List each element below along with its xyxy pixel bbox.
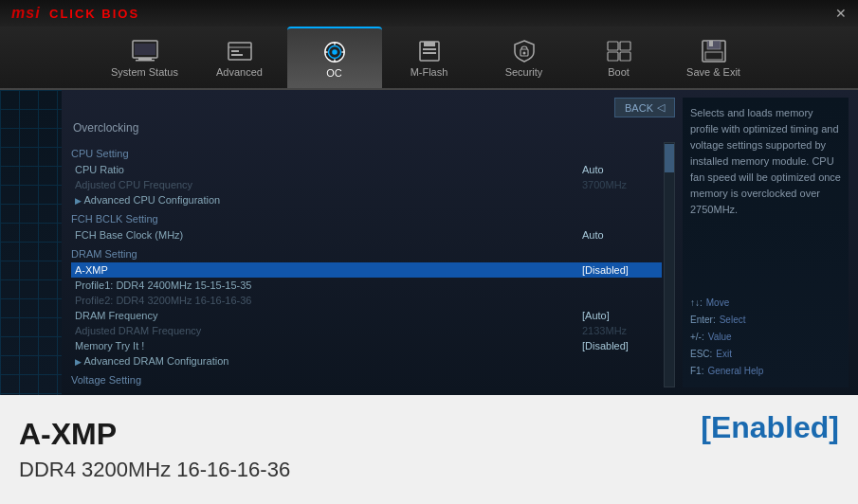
svg-rect-28 — [705, 52, 722, 60]
boot-icon — [602, 38, 636, 64]
left-decoration — [0, 90, 62, 395]
svg-rect-24 — [620, 52, 630, 61]
bottom-subtitle: DDR4 3200MHz 16-16-16-36 — [19, 458, 839, 482]
adjusted-cpu-freq-row: Adjusted CPU Frequency 3700MHz — [71, 177, 662, 192]
svg-rect-18 — [423, 52, 436, 54]
bios-panel: BACK ◁ Overclocking CPU Setting CPU Rati… — [62, 90, 858, 395]
svg-rect-23 — [608, 52, 618, 61]
security-icon — [507, 38, 541, 64]
cpu-ratio-row[interactable]: CPU Ratio Auto — [71, 162, 662, 177]
tab-system-status-label: System Status — [111, 66, 178, 78]
key-move: ↑↓: Move — [690, 295, 763, 312]
help-text: Selects and loads memory profile with op… — [690, 105, 841, 218]
voltage-setting-label: Voltage Setting — [71, 374, 662, 386]
memory-try-it-row[interactable]: Memory Try It ! [Disabled] — [71, 338, 662, 353]
key-help: ↑↓: Move Enter: Select +/-: Value ESC: E… — [690, 295, 763, 380]
profile1-row[interactable]: Profile1: DDR4 2400MHz 15-15-15-35 — [71, 278, 662, 293]
settings-scroll[interactable]: CPU Setting CPU Ratio Auto Adjusted CPU … — [71, 142, 675, 387]
tab-m-flash[interactable]: M-Flash — [382, 27, 477, 88]
app-logo: msi CLICK BIOS — [11, 5, 139, 22]
bios-settings: CPU Setting CPU Ratio Auto Adjusted CPU … — [71, 142, 675, 387]
m-flash-icon — [412, 38, 447, 64]
dram-setting-label: DRAM Setting — [71, 248, 662, 260]
tab-oc[interactable]: OC — [287, 27, 382, 88]
profile2-row: Profile2: DDR4 3200MHz 16-16-16-36 — [71, 293, 662, 308]
msi-brand: msi CLICK BIOS — [11, 5, 139, 21]
main-content: BACK ◁ Overclocking CPU Setting CPU Rati… — [0, 90, 858, 395]
help-panel: Selects and loads memory profile with op… — [683, 98, 849, 387]
svg-rect-6 — [231, 50, 239, 52]
cpu-setting-label: CPU Setting — [71, 148, 662, 159]
tab-system-status[interactable]: System Status — [98, 27, 192, 88]
svg-point-10 — [332, 49, 338, 55]
a-xmp-row[interactable]: A-XMP [Disabled] — [71, 262, 662, 278]
tab-boot[interactable]: Boot — [572, 27, 666, 88]
svg-rect-2 — [136, 60, 155, 62]
bios-header: BACK ◁ — [71, 98, 675, 117]
bottom-status: [Enabled] — [701, 410, 839, 445]
save-exit-icon — [697, 38, 731, 64]
tab-save-exit[interactable]: Save & Exit — [666, 27, 761, 88]
svg-rect-7 — [231, 54, 243, 56]
bottom-bar: A-XMP DDR4 3200MHz 16-16-16-36 [Enabled] — [0, 395, 858, 504]
key-select: Enter: Select — [690, 312, 763, 329]
bios-center: BACK ◁ Overclocking CPU Setting CPU Rati… — [71, 98, 675, 387]
tab-advanced-label: Advanced — [216, 66, 263, 78]
bios-section-title: Overclocking — [71, 121, 675, 135]
tab-security-label: Security — [505, 66, 543, 78]
back-button[interactable]: BACK ◁ — [614, 98, 675, 117]
key-esc: ESC: Exit — [690, 346, 763, 363]
tab-advanced[interactable]: Advanced — [192, 27, 287, 88]
key-value: +/-: Value — [690, 329, 763, 346]
svg-rect-22 — [620, 42, 630, 50]
tab-save-exit-label: Save & Exit — [686, 66, 740, 78]
circuit-bg — [0, 90, 62, 395]
svg-rect-17 — [423, 48, 436, 50]
top-bar: msi CLICK BIOS ✕ System Status — [0, 0, 858, 90]
oc-icon — [318, 39, 352, 65]
adjusted-dram-freq-row: Adjusted DRAM Frequency 2133MHz — [71, 323, 662, 338]
svg-point-20 — [522, 52, 525, 55]
fch-bclk-label: FCH BCLK Setting — [71, 213, 662, 225]
nav-tabs: System Status Advanced — [0, 27, 858, 88]
key-f1: F1: General Help — [690, 363, 763, 380]
advanced-dram-config-row[interactable]: Advanced DRAM Configuration — [71, 353, 662, 369]
dram-frequency-row[interactable]: DRAM Frequency [Auto] — [71, 308, 662, 323]
advanced-icon — [223, 38, 257, 64]
tab-m-flash-label: M-Flash — [411, 66, 448, 78]
system-status-icon — [128, 38, 162, 64]
title-bar: msi CLICK BIOS ✕ — [0, 0, 858, 27]
svg-rect-16 — [424, 42, 435, 46]
tab-security[interactable]: Security — [477, 27, 572, 88]
advanced-cpu-config-row[interactable]: Advanced CPU Configuration — [71, 192, 662, 207]
fch-base-clock-row[interactable]: FCH Base Clock (MHz) Auto — [71, 227, 662, 243]
tab-boot-label: Boot — [608, 66, 630, 78]
scroll-thumb[interactable] — [665, 144, 674, 172]
scroll-bar[interactable] — [664, 142, 675, 387]
svg-rect-3 — [135, 44, 155, 55]
tab-oc-label: OC — [326, 67, 342, 79]
svg-rect-1 — [138, 58, 152, 60]
svg-rect-27 — [709, 41, 713, 46]
close-button[interactable]: ✕ — [835, 6, 847, 21]
svg-rect-21 — [608, 42, 618, 50]
